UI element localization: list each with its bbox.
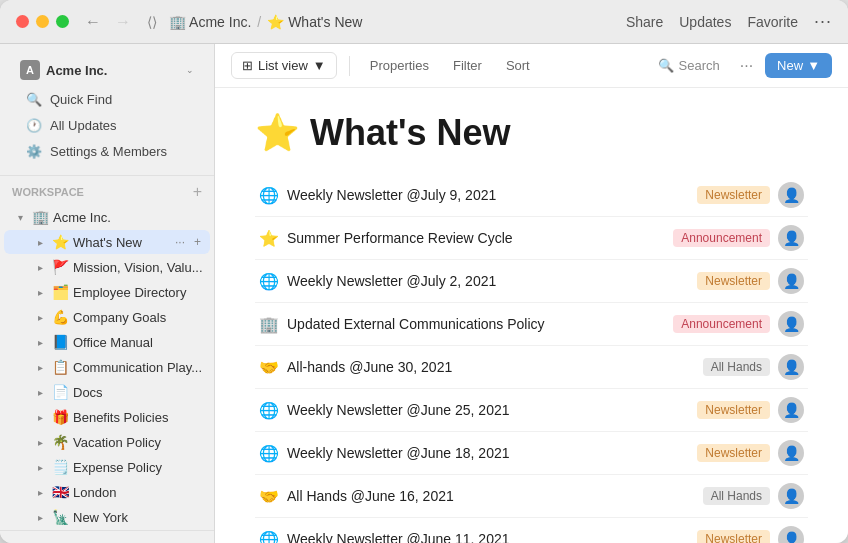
add-workspace-item-button[interactable]: + <box>193 184 202 200</box>
entry-emoji: 🌐 <box>259 186 279 205</box>
sidebar-item-mission[interactable]: ▸ 🚩 Mission, Vision, Valu... <box>4 255 210 279</box>
sidebar-item-office-manual[interactable]: ▸ 📘 Office Manual <box>4 330 210 354</box>
breadcrumb-whats-new[interactable]: ⭐ What's New <box>267 14 362 30</box>
more-options-button[interactable]: ··· <box>814 11 832 32</box>
item-more-button[interactable]: ··· <box>172 234 188 250</box>
list-view-icon: ⊞ <box>242 58 253 73</box>
clock-icon: 🕐 <box>26 118 42 133</box>
tree-toggle-goals[interactable]: ▸ <box>32 309 48 325</box>
forward-button[interactable]: → <box>111 11 135 33</box>
sidebar-item-new-york[interactable]: ▸ 🗽 New York <box>4 505 210 529</box>
list-item[interactable]: 🤝 All Hands @June 16, 2021 All Hands 👤 <box>255 475 808 518</box>
sidebar-item-whats-new[interactable]: ▸ ⭐ What's New ··· + <box>4 230 210 254</box>
tree-toggle-whats-new[interactable]: ▸ <box>32 234 48 250</box>
sidebar-item-vacation[interactable]: ▸ 🌴 Vacation Policy <box>4 430 210 454</box>
list-item[interactable]: 🤝 All-hands @June 30, 2021 All Hands 👤 <box>255 346 808 389</box>
content-area: A Acme Inc. ⌄ 🔍 Quick Find 🕐 All Updates… <box>0 44 848 543</box>
entry-title: Updated External Communications Policy <box>287 316 665 332</box>
tree-toggle-comm[interactable]: ▸ <box>32 359 48 375</box>
toolbar: ⊞ List view ▼ Properties Filter Sort 🔍 S… <box>215 44 848 88</box>
tree-toggle-mission[interactable]: ▸ <box>32 259 48 275</box>
sidebar-item-communication[interactable]: ▸ 📋 Communication Play... <box>4 355 210 379</box>
list-item[interactable]: 🌐 Weekly Newsletter @July 9, 2021 Newsle… <box>255 174 808 217</box>
sidebar-toggle-button[interactable]: ⟨⟩ <box>147 14 157 30</box>
workspace-section-label: WORKSPACE + <box>0 176 214 204</box>
search-icon: 🔍 <box>658 58 674 73</box>
whats-new-actions: ··· + <box>172 234 204 250</box>
tree-toggle-vacation[interactable]: ▸ <box>32 434 48 450</box>
entry-badge: All Hands <box>703 487 770 505</box>
entry-badge: All Hands <box>703 358 770 376</box>
sidebar-item-expense[interactable]: ▸ 🗒️ Expense Policy <box>4 455 210 479</box>
sidebar-item-all-updates[interactable]: 🕐 All Updates <box>16 113 198 138</box>
entry-emoji: 🤝 <box>259 487 279 506</box>
entry-emoji: 🌐 <box>259 401 279 420</box>
item-add-button[interactable]: + <box>191 234 204 250</box>
search-box[interactable]: 🔍 Search <box>650 54 728 77</box>
entry-emoji: 🏢 <box>259 315 279 334</box>
maximize-button[interactable] <box>56 15 69 28</box>
avatar: 👤 <box>778 526 804 543</box>
tree-toggle-employee[interactable]: ▸ <box>32 284 48 300</box>
close-button[interactable] <box>16 15 29 28</box>
new-entry-button[interactable]: New ▼ <box>765 53 832 78</box>
tree-toggle-acme[interactable]: ▾ <box>12 209 28 225</box>
avatar: 👤 <box>778 354 804 380</box>
sidebar-item-london[interactable]: ▸ 🇬🇧 London <box>4 480 210 504</box>
benefits-emoji: 🎁 <box>52 409 69 425</box>
list-item[interactable]: 🏢 Updated External Communications Policy… <box>255 303 808 346</box>
sidebar-item-quick-find[interactable]: 🔍 Quick Find <box>16 87 198 112</box>
favorite-button[interactable]: Favorite <box>747 14 798 30</box>
page-title: ⭐ What's New <box>255 112 808 154</box>
traffic-lights <box>16 15 69 28</box>
tree-toggle-expense[interactable]: ▸ <box>32 459 48 475</box>
sidebar-item-docs[interactable]: ▸ 📄 Docs <box>4 380 210 404</box>
minimize-button[interactable] <box>36 15 49 28</box>
properties-button[interactable]: Properties <box>362 53 437 78</box>
sidebar-item-benefits[interactable]: ▸ 🎁 Benefits Policies <box>4 405 210 429</box>
goals-emoji: 💪 <box>52 309 69 325</box>
filter-button[interactable]: Filter <box>445 53 490 78</box>
entry-badge: Newsletter <box>697 444 770 462</box>
sidebar-footer: + New page <box>0 530 214 543</box>
entry-badge: Announcement <box>673 315 770 333</box>
share-button[interactable]: Share <box>626 14 663 30</box>
entry-emoji: 🌐 <box>259 272 279 291</box>
breadcrumb-separator: / <box>257 14 261 30</box>
whats-new-emoji: ⭐ <box>52 234 69 250</box>
sidebar: A Acme Inc. ⌄ 🔍 Quick Find 🕐 All Updates… <box>0 44 215 543</box>
avatar: 👤 <box>778 182 804 208</box>
sidebar-item-employee-dir[interactable]: ▸ 🗂️ Employee Directory <box>4 280 210 304</box>
breadcrumb-acme[interactable]: 🏢 Acme Inc. <box>169 14 251 30</box>
list-item[interactable]: 🌐 Weekly Newsletter @July 2, 2021 Newsle… <box>255 260 808 303</box>
avatar: 👤 <box>778 311 804 337</box>
tree-toggle-office[interactable]: ▸ <box>32 334 48 350</box>
workspace-name: A Acme Inc. <box>20 60 107 80</box>
updates-button[interactable]: Updates <box>679 14 731 30</box>
entry-title: Weekly Newsletter @July 2, 2021 <box>287 273 689 289</box>
london-emoji: 🇬🇧 <box>52 484 69 500</box>
sort-button[interactable]: Sort <box>498 53 538 78</box>
list-item[interactable]: 🌐 Weekly Newsletter @June 11, 2021 Newsl… <box>255 518 808 543</box>
office-emoji: 📘 <box>52 334 69 350</box>
workspace-header[interactable]: A Acme Inc. ⌄ <box>12 54 202 86</box>
back-button[interactable]: ← <box>81 11 105 33</box>
comm-emoji: 📋 <box>52 359 69 375</box>
list-item[interactable]: ⭐ Summer Performance Review Cycle Announ… <box>255 217 808 260</box>
toolbar-more-button[interactable]: ··· <box>736 53 757 79</box>
tree-toggle-docs[interactable]: ▸ <box>32 384 48 400</box>
app-window: ← → ⟨⟩ 🏢 Acme Inc. / ⭐ What's New Share … <box>0 0 848 543</box>
tree-toggle-new-york[interactable]: ▸ <box>32 509 48 525</box>
view-selector-button[interactable]: ⊞ List view ▼ <box>231 52 337 79</box>
tree-toggle-london[interactable]: ▸ <box>32 484 48 500</box>
sidebar-item-acme-inc[interactable]: ▾ 🏢 Acme Inc. <box>4 205 210 229</box>
sidebar-item-company-goals[interactable]: ▸ 💪 Company Goals <box>4 305 210 329</box>
new-page-button[interactable]: + New page <box>8 539 206 543</box>
sidebar-item-settings[interactable]: ⚙️ Settings & Members <box>16 139 198 164</box>
settings-icon: ⚙️ <box>26 144 42 159</box>
list-item[interactable]: 🌐 Weekly Newsletter @June 18, 2021 Newsl… <box>255 432 808 475</box>
new-york-emoji: 🗽 <box>52 509 69 525</box>
entry-title: Weekly Newsletter @June 18, 2021 <box>287 445 689 461</box>
list-item[interactable]: 🌐 Weekly Newsletter @June 25, 2021 Newsl… <box>255 389 808 432</box>
tree-toggle-benefits[interactable]: ▸ <box>32 409 48 425</box>
